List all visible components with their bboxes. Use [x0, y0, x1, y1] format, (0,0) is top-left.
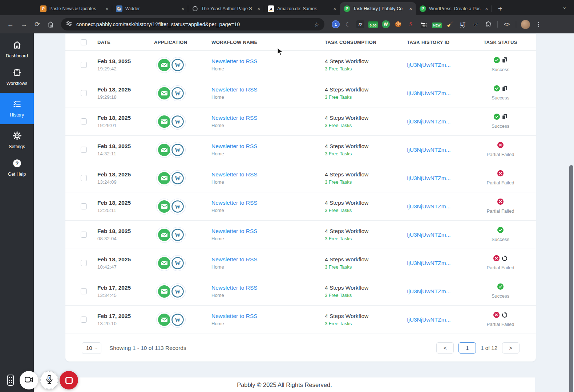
browser-home-icon[interactable] [44, 18, 57, 31]
table-row: Feb 17, 202513:34:45WNewsletter to RSSHo… [65, 277, 536, 306]
sidebar-item-get-help[interactable]: ?Get Help [0, 154, 34, 181]
onepassword-icon[interactable]: 1 [332, 20, 340, 28]
kebab-menu-icon[interactable]: ⋮ [534, 20, 543, 29]
prev-page-button[interactable]: < [436, 342, 454, 354]
puzzle-icon[interactable] [484, 20, 493, 29]
row-checkbox[interactable] [81, 147, 87, 153]
browser-tab[interactable]: PWordPress: Create a Pos✕ [416, 2, 492, 15]
task-history-id-link[interactable]: IjU3NjUwNTZm... [407, 175, 465, 181]
browser-tab[interactable]: aAmazon.de: Samok✕ [264, 2, 340, 15]
microphone-toggle-button[interactable] [40, 371, 58, 389]
sidebar-item-settings[interactable]: Settings [0, 126, 34, 154]
scrollbar-thumb[interactable] [569, 165, 573, 392]
row-checkbox[interactable] [81, 260, 87, 266]
history-id-cell: IjU3NjUwNTZm... [407, 203, 465, 210]
task-history-id-link[interactable]: IjU3NjUwNTZm... [407, 90, 465, 97]
task-history-id-link[interactable]: IjU3NjUwNTZm... [407, 317, 465, 323]
workflow-name-link[interactable]: Newsletter to RSS [211, 200, 325, 206]
workflow-folder: Home [211, 293, 325, 298]
row-checkbox[interactable] [81, 175, 87, 181]
tab-close-icon[interactable]: ✕ [332, 6, 338, 12]
bookmark-star-icon[interactable]: ☆ [314, 21, 319, 28]
workflow-name-link[interactable]: Newsletter to RSS [211, 115, 325, 121]
browser-tab[interactable]: PTask History | Pabbly Co✕ [340, 2, 416, 15]
seo-icon[interactable]: S [407, 20, 415, 29]
new-badge-icon[interactable]: NEW [432, 23, 442, 28]
status-cell: Partial Failed [465, 143, 536, 157]
camera-ext-icon[interactable]: 📷 [419, 20, 428, 29]
workflow-name-link[interactable]: Newsletter to RSS [211, 58, 325, 65]
task-history-id-link[interactable]: IjU3NjUwNTZm... [407, 232, 465, 238]
profile-avatar[interactable] [521, 20, 530, 29]
copy-icon[interactable] [502, 57, 508, 65]
forward-icon[interactable]: → [17, 18, 31, 31]
task-history-id-link[interactable]: IjU3NjUwNTZm... [407, 147, 465, 153]
tab-close-icon[interactable]: ✕ [256, 6, 262, 12]
row-checkbox[interactable] [81, 317, 87, 323]
task-consumption: 4 Steps Workflow [325, 171, 407, 178]
per-page-select[interactable]: 10 ⌄ [82, 342, 101, 354]
tab-list-chevron-icon[interactable]: ⌄ [562, 4, 567, 10]
new-tab-button[interactable]: + [495, 3, 506, 14]
browser-tab[interactable]: 🐏Widder✕ [112, 2, 188, 15]
select-all-checkbox[interactable] [81, 39, 87, 45]
task-history-id-link[interactable]: IjU3NjUwNTZm... [407, 288, 465, 295]
wordpress-ext-icon[interactable]: W [382, 20, 390, 28]
row-checkbox[interactable] [81, 288, 87, 294]
workflow-name-link[interactable]: Newsletter to RSS [211, 86, 325, 93]
copy-icon[interactable] [502, 85, 508, 93]
task-history-id-link[interactable]: IjU3NjUwNTZm... [407, 118, 465, 125]
site-settings-icon[interactable] [66, 21, 72, 28]
row-checkbox[interactable] [81, 232, 87, 238]
row-checkbox[interactable] [81, 118, 87, 124]
broom-icon[interactable]: 🧹 [446, 20, 454, 29]
workflow-cell: Newsletter to RSSHome [211, 86, 325, 100]
row-time: 10:42:47 [97, 264, 154, 270]
browser-tab[interactable]: PPaste News & Updates✕ [36, 2, 112, 15]
url-text[interactable]: connect.pabbly.com/task/history/1?filter… [76, 21, 314, 27]
task-history-id-link[interactable]: IjU3NjUwNTZm... [407, 260, 465, 266]
table-row: Feb 18, 202512:25:11WNewsletter to RSSHo… [65, 192, 536, 221]
history-id-cell: IjU3NjUwNTZm... [407, 317, 465, 323]
sidebar-item-dashboard[interactable]: Dashboard [0, 36, 34, 63]
signature-icon[interactable]: w [471, 20, 480, 29]
camera-toggle-button[interactable] [20, 371, 38, 389]
stop-recording-button[interactable] [60, 371, 78, 389]
workflow-name-link[interactable]: Newsletter to RSS [211, 171, 325, 178]
workflow-name-link[interactable]: Newsletter to RSS [211, 143, 325, 150]
workflow-name-link[interactable]: Newsletter to RSS [211, 285, 325, 291]
languagetool-icon[interactable]: LT [458, 20, 467, 29]
row-checkbox[interactable] [81, 90, 87, 96]
retry-icon[interactable] [501, 255, 508, 263]
browser-tab[interactable]: The Yoast Author Page S✕ [188, 2, 264, 15]
task-history-id-link[interactable]: IjU3NjUwNTZm... [407, 62, 465, 68]
tab-close-icon[interactable]: ✕ [484, 6, 490, 12]
next-page-button[interactable]: > [502, 342, 520, 354]
timer-icon[interactable]: 0:03 [368, 21, 378, 28]
sidebar-item-history[interactable]: History [0, 93, 34, 124]
task-history-id-link[interactable]: IjU3NjUwNTZm... [407, 203, 465, 210]
retry-icon[interactable] [501, 312, 508, 320]
row-checkbox[interactable] [81, 62, 87, 68]
row-checkbox[interactable] [81, 203, 87, 209]
task-consumption: 4 Steps Workflow [325, 228, 407, 234]
copy-icon[interactable] [502, 114, 508, 121]
page-number-input[interactable]: 1 [458, 342, 476, 354]
tab-close-icon[interactable]: ✕ [408, 6, 414, 12]
crescent-icon[interactable]: ☾ [344, 20, 352, 29]
sidebar-item-workflows[interactable]: Workflows [0, 63, 34, 91]
back-icon[interactable]: ← [4, 18, 17, 31]
tab-close-icon[interactable]: ✕ [180, 6, 186, 12]
reload-icon[interactable]: ⟳ [31, 18, 44, 31]
cookie-icon[interactable]: 🍪 [394, 20, 403, 29]
table-header: DATE APPLICATION WORKFLOW NAME TASK CONS… [65, 34, 536, 51]
f-question-icon[interactable]: f? [356, 20, 364, 28]
tab-close-icon[interactable]: ✕ [104, 6, 110, 12]
workflow-name-link[interactable]: Newsletter to RSS [211, 228, 325, 234]
address-bar[interactable]: connect.pabbly.com/task/history/1?filter… [61, 18, 324, 30]
workflow-name-link[interactable]: Newsletter to RSS [211, 313, 325, 319]
workflow-name-link[interactable]: Newsletter to RSS [211, 256, 325, 263]
svg-text:W: W [175, 118, 181, 124]
code-icon[interactable]: <> [502, 20, 511, 29]
recorder-drag-handle-icon[interactable] [7, 375, 14, 386]
